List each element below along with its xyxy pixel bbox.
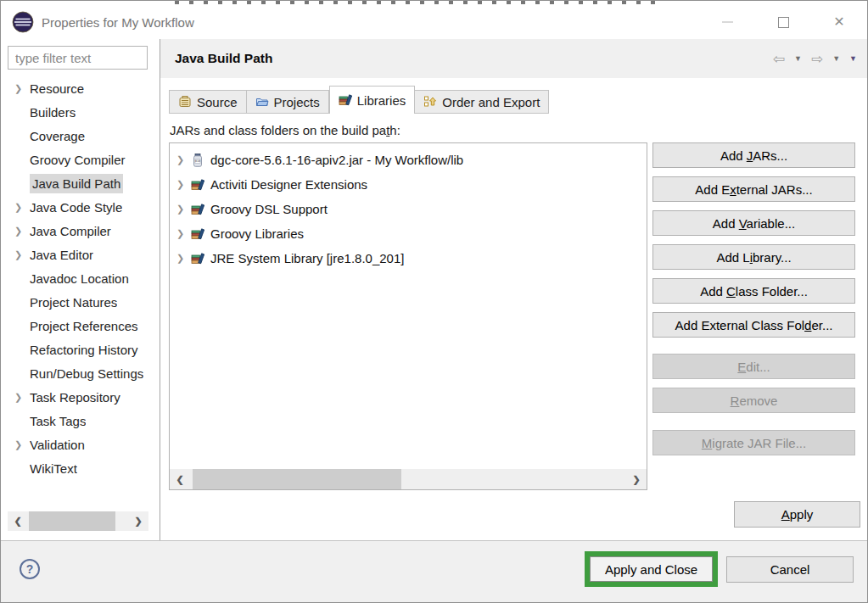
- list-item-label: Groovy DSL Support: [210, 202, 328, 216]
- back-history-dropdown[interactable]: ▼: [794, 55, 802, 63]
- apply-button[interactable]: Apply: [734, 501, 860, 528]
- apply-and-close-button[interactable]: Apply and Close: [590, 556, 713, 582]
- forward-history-dropdown[interactable]: ▼: [832, 55, 840, 63]
- chevron-right-icon[interactable]: ❯: [14, 202, 30, 213]
- scroll-right-icon[interactable]: ❯: [626, 474, 647, 485]
- sidebar-item-java-build-path[interactable]: Java Build Path: [1, 171, 160, 195]
- chevron-right-icon[interactable]: ❯: [14, 226, 30, 237]
- tab-order-and-export[interactable]: Order and Export: [415, 90, 549, 114]
- tab-label: Source: [197, 95, 238, 109]
- sidebar-item-label: Groovy Compiler: [30, 153, 126, 167]
- minimize-icon: [722, 21, 733, 23]
- forward-button[interactable]: ⇨: [811, 52, 823, 66]
- sidebar-item-label: Java Build Path: [30, 174, 123, 193]
- chevron-down-icon: ▼: [832, 55, 840, 63]
- sidebar-item-label: Java Code Style: [30, 200, 122, 215]
- list-item-label: Activiti Designer Extensions: [210, 177, 367, 192]
- sidebar-item-project-references[interactable]: Project References: [1, 314, 160, 338]
- maximize-icon: [778, 17, 789, 28]
- help-button[interactable]: ?: [20, 559, 40, 579]
- edit-button[interactable]: Edit...: [652, 354, 855, 379]
- add-jars-button[interactable]: Add JARs...: [652, 142, 855, 168]
- sidebar-item-groovy-compiler[interactable]: Groovy Compiler: [1, 148, 160, 171]
- chevron-right-icon[interactable]: ❯: [176, 253, 191, 264]
- chevron-right-icon[interactable]: ❯: [14, 83, 30, 94]
- sidebar-item-validation[interactable]: ❯ Validation: [1, 433, 160, 456]
- sidebar-item-java-code-style[interactable]: ❯ Java Code Style: [1, 195, 160, 219]
- sidebar-item-java-editor[interactable]: ❯ Java Editor: [1, 243, 160, 266]
- add-variable-button[interactable]: Add Variable...: [652, 210, 855, 236]
- sidebar-item-java-compiler[interactable]: ❯ Java Compiler: [1, 219, 160, 243]
- list-item-activiti-designer-extensions[interactable]: ❯ Activiti Designer Extensions: [170, 172, 647, 197]
- apply-and-close-highlight: Apply and Close: [585, 551, 718, 587]
- chevron-right-icon[interactable]: ❯: [176, 204, 191, 215]
- list-horizontal-scrollbar[interactable]: ❮ ❯: [170, 469, 647, 489]
- sidebar-item-coverage[interactable]: Coverage: [1, 124, 160, 148]
- scrollbar-thumb[interactable]: [29, 511, 115, 531]
- chevron-right-icon[interactable]: ❯: [176, 154, 191, 165]
- minimize-button[interactable]: [699, 5, 755, 39]
- tab-source[interactable]: Source: [169, 90, 247, 114]
- folder-icon: [255, 95, 269, 109]
- scroll-right-icon[interactable]: ❯: [128, 516, 148, 527]
- sidebar-item-task-tags[interactable]: Task Tags: [1, 409, 160, 433]
- chevron-right-icon[interactable]: ❯: [14, 439, 30, 450]
- chevron-right-icon[interactable]: ❯: [14, 249, 30, 260]
- remove-button[interactable]: Remove: [652, 388, 855, 413]
- list-item-groovy-dsl-support[interactable]: ❯ Groovy DSL Support: [170, 197, 647, 221]
- chevron-right-icon[interactable]: ❯: [176, 179, 191, 190]
- view-menu-dropdown[interactable]: ▼: [849, 55, 857, 63]
- add-class-folder-button[interactable]: Add Class Folder...: [652, 278, 855, 304]
- classpath-entries-list[interactable]: ❯ 010 dgc-core-5.6.1-16-apiv2.jar - My W…: [169, 142, 647, 490]
- filter-input[interactable]: [8, 46, 148, 70]
- tab-projects[interactable]: Projects: [247, 90, 329, 114]
- sidebar-item-resource[interactable]: ❯ Resource: [1, 76, 160, 100]
- sidebar-item-label: Task Tags: [30, 414, 86, 428]
- list-item-label: JRE System Library [jre1.8.0_201]: [210, 251, 404, 265]
- library-icon: [191, 252, 204, 265]
- chevron-right-icon[interactable]: ❯: [176, 228, 191, 239]
- chevron-right-icon[interactable]: ❯: [14, 392, 30, 403]
- sidebar-item-refactoring-history[interactable]: Refactoring History: [1, 338, 160, 361]
- library-icon: [191, 178, 204, 192]
- page-title: Java Build Path: [175, 51, 773, 66]
- sidebar-item-label: Project Natures: [30, 295, 117, 310]
- sidebar-item-javadoc-location[interactable]: Javadoc Location: [1, 266, 160, 290]
- build-path-list-label: JARs and class folders on the build path…: [170, 123, 854, 137]
- close-icon: ✕: [833, 15, 844, 29]
- sidebar-item-task-repository[interactable]: ❯ Task Repository: [1, 385, 160, 409]
- list-item-groovy-libraries[interactable]: ❯ Groovy Libraries: [170, 221, 647, 246]
- sidebar-item-builders[interactable]: Builders: [1, 100, 160, 124]
- migrate-jar-file-button[interactable]: Migrate JAR File...: [652, 430, 855, 455]
- list-item-jre-system-library[interactable]: ❯ JRE System Library [jre1.8.0_201]: [170, 246, 647, 271]
- sidebar-item-label: Java Editor: [30, 248, 93, 262]
- question-mark-icon: ?: [26, 562, 34, 576]
- tab-libraries[interactable]: Libraries: [329, 86, 416, 114]
- sidebar-item-run-debug-settings[interactable]: Run/Debug Settings: [1, 361, 160, 385]
- eclipse-logo-icon: [12, 11, 34, 33]
- back-button[interactable]: ⇦: [773, 52, 785, 66]
- add-external-class-folder-button[interactable]: Add External Class Folder...: [652, 312, 855, 338]
- order-export-icon: [423, 95, 437, 109]
- sidebar-item-label: Project References: [30, 319, 138, 333]
- sidebar-item-label: Refactoring History: [30, 343, 138, 357]
- list-item-label: Groovy Libraries: [210, 226, 304, 241]
- list-item-dgc-core-jar[interactable]: ❯ 010 dgc-core-5.6.1-16-apiv2.jar - My W…: [170, 148, 647, 172]
- scroll-left-icon[interactable]: ❮: [8, 516, 28, 527]
- main-panel: Java Build Path ⇦ ▼ ⇨ ▼ ▼: [160, 39, 867, 540]
- close-button[interactable]: ✕: [811, 5, 867, 39]
- scrollbar-thumb[interactable]: [193, 469, 401, 489]
- sidebar-horizontal-scrollbar[interactable]: ❮ ❯: [8, 511, 148, 531]
- build-path-tabs: Source Projects: [169, 86, 854, 114]
- svg-text:010: 010: [195, 159, 200, 163]
- sidebar-item-label: Task Repository: [30, 390, 120, 405]
- sidebar-item-project-natures[interactable]: Project Natures: [1, 290, 160, 314]
- library-icon: [191, 227, 204, 241]
- scroll-left-icon[interactable]: ❮: [170, 474, 190, 485]
- maximize-button[interactable]: [755, 5, 811, 39]
- sidebar-item-wikitext[interactable]: WikiText: [1, 456, 160, 480]
- add-external-jars-button[interactable]: Add External JARs...: [652, 176, 855, 202]
- window-title: Properties for My Workflow: [42, 15, 699, 30]
- add-library-button[interactable]: Add Library...: [652, 244, 855, 270]
- cancel-button[interactable]: Cancel: [726, 556, 854, 583]
